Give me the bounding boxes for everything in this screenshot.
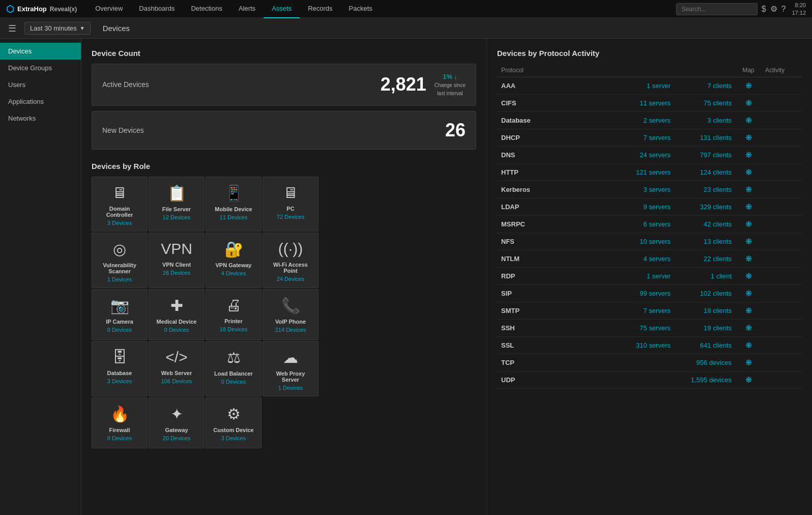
role-card-web-server[interactable]: </>Web Server106 Devices <box>149 341 205 396</box>
protocol-map[interactable]: ❋ <box>736 198 761 216</box>
map-icon[interactable]: ❋ <box>745 133 752 142</box>
role-card-medical-device[interactable]: ✚Medical Device0 Devices <box>149 289 205 340</box>
protocol-servers[interactable]: 11 servers <box>614 95 675 112</box>
sidebar-item-applications[interactable]: Applications <box>0 93 81 110</box>
protocol-servers[interactable]: 75 servers <box>614 320 675 337</box>
role-card-ip-camera[interactable]: 📷IP Camera0 Devices <box>92 289 148 340</box>
role-card-load-balancer[interactable]: ⚖Load Balancer0 Devices <box>206 341 262 396</box>
role-card-web-proxy-server[interactable]: ☁Web Proxy Server1 Devices <box>263 341 318 396</box>
protocol-servers[interactable]: 1 server <box>614 77 675 95</box>
protocol-map[interactable]: ❋ <box>736 302 761 320</box>
nav-overview[interactable]: Overview <box>87 0 131 18</box>
sidebar-item-devices[interactable]: Devices <box>0 43 81 60</box>
role-card-file-server[interactable]: 📋File Server12 Devices <box>149 177 205 232</box>
protocol-clients[interactable]: 7 clients <box>675 77 736 95</box>
protocol-clients[interactable]: 75 clients <box>675 95 736 112</box>
protocol-map[interactable]: ❋ <box>736 95 761 112</box>
protocol-clients[interactable]: 19 clients <box>675 320 736 337</box>
map-icon[interactable]: ❋ <box>745 358 752 367</box>
map-icon[interactable]: ❋ <box>745 271 752 281</box>
protocol-clients[interactable]: 102 clients <box>675 285 736 302</box>
protocol-servers[interactable]: 3 servers <box>614 181 675 198</box>
sidebar-item-device-groups[interactable]: Device Groups <box>0 60 81 76</box>
protocol-clients[interactable]: 956 devices <box>675 354 736 371</box>
protocol-servers[interactable]: 6 servers <box>614 216 675 233</box>
map-icon[interactable]: ❋ <box>745 254 752 264</box>
protocol-clients[interactable]: 18 clients <box>675 302 736 320</box>
protocol-map[interactable]: ❋ <box>736 320 761 337</box>
protocol-servers[interactable]: 7 servers <box>614 302 675 320</box>
protocol-clients[interactable]: 42 clients <box>675 216 736 233</box>
map-icon[interactable]: ❋ <box>745 98 752 108</box>
search-input[interactable] <box>676 3 758 15</box>
protocol-clients[interactable]: 131 clients <box>675 129 736 147</box>
role-card-vpn-client[interactable]: VPNVPN Client26 Devices <box>149 233 205 288</box>
protocol-map[interactable]: ❋ <box>736 147 761 164</box>
map-icon[interactable]: ❋ <box>745 150 752 160</box>
protocol-map[interactable]: ❋ <box>736 354 761 371</box>
protocol-servers[interactable]: 310 servers <box>614 337 675 354</box>
map-icon[interactable]: ❋ <box>745 306 752 316</box>
nav-dashboards[interactable]: Dashboards <box>131 0 183 18</box>
protocol-map[interactable]: ❋ <box>736 371 761 389</box>
gear-icon[interactable]: ⚙ <box>770 4 777 14</box>
protocol-map[interactable]: ❋ <box>736 233 761 250</box>
sidebar-item-networks[interactable]: Networks <box>0 110 81 127</box>
nav-packets[interactable]: Packets <box>341 0 381 18</box>
protocol-map[interactable]: ❋ <box>736 77 761 95</box>
time-selector[interactable]: Last 30 minutes ▼ <box>24 22 91 35</box>
map-icon[interactable]: ❋ <box>745 185 752 194</box>
protocol-map[interactable]: ❋ <box>736 112 761 129</box>
role-card-wi-fi-access-point[interactable]: ((·))Wi-Fi Access Point24 Devices <box>263 233 318 288</box>
protocol-clients[interactable]: 13 clients <box>675 233 736 250</box>
role-card-database[interactable]: 🗄Database3 Devices <box>92 341 148 396</box>
nav-alerts[interactable]: Alerts <box>230 0 264 18</box>
role-card-voip-phone[interactable]: 📞VoIP Phone214 Devices <box>263 289 318 340</box>
sidebar-toggle-icon[interactable]: ☰ <box>8 23 16 34</box>
protocol-map[interactable]: ❋ <box>736 216 761 233</box>
map-icon[interactable]: ❋ <box>745 323 752 333</box>
nav-detections[interactable]: Detections <box>183 0 230 18</box>
protocol-clients[interactable]: 797 clients <box>675 147 736 164</box>
role-card-firewall[interactable]: 🔥Firewall0 Devices <box>92 397 148 448</box>
protocol-map[interactable]: ❋ <box>736 181 761 198</box>
map-icon[interactable]: ❋ <box>745 237 752 246</box>
map-icon[interactable]: ❋ <box>745 340 752 350</box>
map-icon[interactable]: ❋ <box>745 375 752 385</box>
protocol-clients[interactable]: 22 clients <box>675 250 736 268</box>
protocol-map[interactable]: ❋ <box>736 268 761 285</box>
sidebar-item-users[interactable]: Users <box>0 76 81 93</box>
map-icon[interactable]: ❋ <box>745 219 752 229</box>
protocol-servers[interactable]: 4 servers <box>614 250 675 268</box>
protocol-servers[interactable]: 9 servers <box>614 198 675 216</box>
role-card-vpn-gateway[interactable]: 🔐VPN Gateway4 Devices <box>206 233 262 288</box>
protocol-clients[interactable]: 1,595 devices <box>675 371 736 389</box>
role-card-custom-device[interactable]: ⚙Custom Device3 Devices <box>206 397 262 448</box>
role-card-mobile-device[interactable]: 📱Mobile Device11 Devices <box>206 177 262 232</box>
protocol-servers[interactable]: 7 servers <box>614 129 675 147</box>
role-card-gateway[interactable]: ✦Gateway20 Devices <box>149 397 205 448</box>
role-card-pc[interactable]: 🖥PC72 Devices <box>263 177 318 232</box>
map-icon[interactable]: ❋ <box>745 289 752 298</box>
role-card-vulnerability-scanner[interactable]: ◎Vulnerability Scanner1 Devices <box>92 233 148 288</box>
protocol-clients[interactable]: 3 clients <box>675 112 736 129</box>
protocol-map[interactable]: ❋ <box>736 164 761 181</box>
protocol-servers[interactable] <box>614 371 675 389</box>
map-icon[interactable]: ❋ <box>745 167 752 177</box>
user-icon[interactable]: $ <box>762 5 766 14</box>
protocol-clients[interactable]: 1 client <box>675 268 736 285</box>
protocol-servers[interactable]: 2 servers <box>614 112 675 129</box>
protocol-map[interactable]: ❋ <box>736 337 761 354</box>
protocol-servers[interactable]: 10 servers <box>614 233 675 250</box>
nav-assets[interactable]: Assets <box>264 0 300 18</box>
protocol-map[interactable]: ❋ <box>736 129 761 147</box>
protocol-servers[interactable]: 1 server <box>614 268 675 285</box>
protocol-servers[interactable]: 99 servers <box>614 285 675 302</box>
map-icon[interactable]: ❋ <box>745 81 752 91</box>
map-icon[interactable]: ❋ <box>745 116 752 125</box>
protocol-servers[interactable]: 24 servers <box>614 147 675 164</box>
role-card-domain-controller[interactable]: 🖥Domain Controller3 Devices <box>92 177 148 232</box>
protocol-map[interactable]: ❋ <box>736 285 761 302</box>
protocol-servers[interactable]: 121 servers <box>614 164 675 181</box>
role-card-printer[interactable]: 🖨Printer18 Devices <box>206 289 262 340</box>
